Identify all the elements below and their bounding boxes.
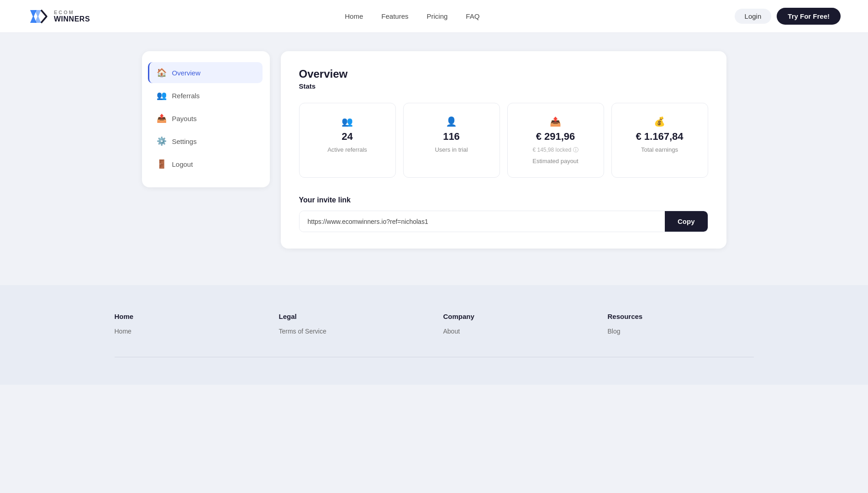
- invite-section: Your invite link Copy: [299, 196, 708, 232]
- login-button[interactable]: Login: [735, 9, 772, 24]
- users-trial-icon: 👤: [446, 116, 457, 127]
- footer-col-legal-title: Legal: [279, 313, 425, 320]
- invite-input-row: Copy: [299, 211, 708, 232]
- panel-title: Overview: [299, 68, 708, 80]
- sidebar-item-payouts[interactable]: 📤 Payouts: [149, 108, 263, 129]
- footer-col-company-title: Company: [443, 313, 589, 320]
- sidebar-item-referrals[interactable]: 👥 Referrals: [149, 85, 263, 106]
- invite-link-title: Your invite link: [299, 196, 708, 204]
- referrals-icon: 👥: [157, 90, 167, 101]
- footer-link-terms[interactable]: Terms of Service: [279, 328, 425, 335]
- estimated-payout-value: € 291,96: [536, 131, 575, 143]
- footer-grid: Home Home Legal Terms of Service Company…: [115, 313, 754, 339]
- footer-col-resources: Resources Blog: [608, 313, 754, 339]
- sidebar-item-logout[interactable]: 🚪 Logout: [149, 154, 263, 175]
- footer-col-resources-title: Resources: [608, 313, 754, 320]
- estimated-payout-sublabel: € 145,98 locked ⓘ: [532, 146, 578, 154]
- active-referrals-value: 24: [342, 131, 352, 143]
- total-earnings-icon: 💰: [654, 116, 665, 127]
- footer-bottom: [115, 357, 754, 366]
- panel-subtitle: Stats: [299, 82, 708, 90]
- sidebar: 🏠 Overview 👥 Referrals 📤 Payouts ⚙️ Sett…: [142, 51, 270, 187]
- try-free-button[interactable]: Try For Free!: [777, 8, 841, 25]
- logout-icon: 🚪: [157, 159, 167, 169]
- main-nav: Home Features Pricing FAQ: [345, 12, 479, 20]
- footer: Home Home Legal Terms of Service Company…: [0, 285, 868, 385]
- stat-card-total-earnings: 💰 € 1.167,84 Total earnings: [611, 103, 708, 178]
- total-earnings-label: Total earnings: [641, 146, 678, 153]
- stat-card-estimated-payout: 📤 € 291,96 € 145,98 locked ⓘ Estimated p…: [507, 103, 604, 178]
- active-referrals-icon: 👥: [342, 116, 353, 127]
- settings-icon: ⚙️: [157, 136, 167, 146]
- payouts-icon: 📤: [157, 113, 167, 123]
- header: ECOM WINNERS Home Features Pricing FAQ L…: [0, 0, 868, 33]
- sidebar-label-settings: Settings: [172, 138, 197, 145]
- home-icon: 🏠: [157, 68, 167, 78]
- nav-faq[interactable]: FAQ: [466, 12, 479, 20]
- total-earnings-value: € 1.167,84: [636, 131, 684, 143]
- stat-card-users-in-trial: 👤 116 Users in trial: [403, 103, 500, 178]
- users-trial-value: 116: [443, 131, 460, 143]
- footer-col-home-title: Home: [115, 313, 261, 320]
- sidebar-label-logout: Logout: [172, 160, 193, 168]
- active-referrals-label: Active referrals: [327, 146, 367, 153]
- overview-panel: Overview Stats 👥 24 Active referrals 👤 1…: [281, 51, 726, 249]
- main-content: 🏠 Overview 👥 Referrals 📤 Payouts ⚙️ Sett…: [115, 33, 754, 267]
- stats-grid: 👥 24 Active referrals 👤 116 Users in tri…: [299, 103, 708, 178]
- stat-card-active-referrals: 👥 24 Active referrals: [299, 103, 396, 178]
- footer-col-home: Home Home: [115, 313, 261, 339]
- users-trial-label: Users in trial: [435, 146, 468, 153]
- header-buttons: Login Try For Free!: [735, 8, 841, 25]
- footer-link-about[interactable]: About: [443, 328, 589, 335]
- footer-link-home[interactable]: Home: [115, 328, 261, 335]
- logo-icon: [27, 5, 49, 27]
- sidebar-label-overview: Overview: [172, 69, 201, 77]
- sidebar-label-referrals: Referrals: [172, 92, 200, 100]
- sidebar-item-settings[interactable]: ⚙️ Settings: [149, 131, 263, 152]
- footer-link-blog[interactable]: Blog: [608, 328, 754, 335]
- sidebar-item-overview[interactable]: 🏠 Overview: [148, 62, 263, 83]
- logo: ECOM WINNERS: [27, 5, 90, 27]
- footer-col-legal: Legal Terms of Service: [279, 313, 425, 339]
- estimated-payout-icon: 📤: [550, 116, 561, 127]
- sidebar-label-payouts: Payouts: [172, 115, 197, 122]
- svg-marker-1: [35, 10, 41, 23]
- footer-col-company: Company About: [443, 313, 589, 339]
- logo-text: ECOM WINNERS: [54, 10, 90, 23]
- nav-home[interactable]: Home: [345, 12, 363, 20]
- estimated-payout-label: Estimated payout: [532, 158, 578, 164]
- nav-features[interactable]: Features: [381, 12, 408, 20]
- invite-link-input[interactable]: [300, 211, 665, 232]
- copy-button[interactable]: Copy: [665, 211, 708, 232]
- nav-pricing[interactable]: Pricing: [427, 12, 448, 20]
